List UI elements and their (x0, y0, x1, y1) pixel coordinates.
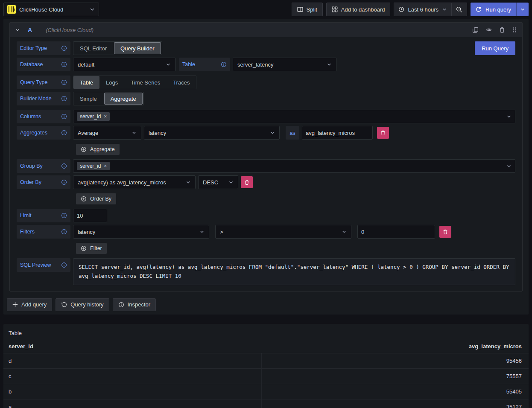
info-icon[interactable] (61, 163, 67, 169)
collapse-query-button[interactable] (15, 27, 20, 32)
editor-type-option-query-builder[interactable]: Query Builder (114, 42, 161, 54)
info-icon[interactable] (61, 114, 67, 119)
explore-toolbar: ClickHouse Cloud Split Add to dashboard … (0, 0, 532, 19)
order-by-label: Order By (20, 179, 41, 185)
filter-operator-select[interactable]: > (215, 225, 351, 239)
drag-handle[interactable] (512, 27, 517, 33)
info-icon[interactable] (61, 45, 67, 51)
filters-label-box: Filters (17, 225, 70, 239)
time-range-label: Last 6 hours (408, 6, 438, 13)
add-to-dashboard-button[interactable]: Add to dashboard (326, 3, 391, 16)
columns-tag-server-id: server_id × (77, 112, 110, 121)
remove-aggregate-button[interactable] (377, 127, 389, 139)
query-editor-footer: Add query Query history Inspector (7, 298, 525, 311)
order-by-direction-select[interactable]: DESC (198, 175, 238, 189)
query-type-option-logs[interactable]: Logs (99, 76, 124, 89)
query-type-option-time-series[interactable]: Time Series (124, 76, 167, 89)
hide-query-button[interactable] (485, 27, 492, 33)
info-icon[interactable] (61, 213, 67, 219)
limit-row: Limit (17, 209, 515, 222)
query-history-button[interactable]: Query history (56, 298, 109, 311)
group-by-label-box: Group By (17, 159, 70, 173)
editor-type-option-sql-editor[interactable]: SQL Editor (73, 42, 113, 55)
aggregates-label-box: Aggregates (17, 126, 70, 140)
table-select[interactable]: server_latency (233, 58, 336, 71)
info-icon[interactable] (61, 96, 67, 102)
zoom-out-time-button[interactable] (451, 3, 467, 16)
add-order-by-row: Order By (17, 192, 515, 204)
table-row: a 35127 (3, 399, 529, 408)
order-by-expression-select[interactable]: avg(latency) as avg_latency_micros (73, 175, 196, 189)
run-query-editor-button[interactable]: Run Query (475, 41, 515, 55)
datasource-picker[interactable]: ClickHouse Cloud (3, 3, 99, 16)
database-label-box: Database (17, 58, 70, 71)
chevron-down-icon (520, 7, 525, 12)
column-header-server-id[interactable]: server_id (9, 343, 262, 350)
columns-label-box: Columns (17, 110, 70, 123)
builder-mode-option-aggregate[interactable]: Aggregate (104, 93, 143, 105)
editor-type-label-box: Editor Type (17, 41, 70, 55)
info-icon[interactable] (61, 229, 67, 235)
info-icon[interactable] (61, 262, 67, 268)
add-aggregate-row: Aggregate (17, 142, 515, 155)
builder-mode-option-simple[interactable]: Simple (73, 92, 103, 105)
run-query-button[interactable]: Run query (471, 3, 516, 16)
info-icon[interactable] (221, 61, 227, 67)
filter-operator-value: > (220, 229, 223, 235)
order-by-label-box: Order By (17, 175, 70, 189)
add-filter-button[interactable]: Filter (76, 243, 107, 254)
run-query-options-button[interactable] (516, 3, 529, 16)
remove-order-by-button[interactable] (241, 176, 253, 188)
aggregate-function-select[interactable]: Average (73, 126, 141, 140)
query-ref-id[interactable]: A (28, 26, 32, 33)
database-select[interactable]: default (73, 58, 175, 71)
cell-server-id: d (9, 353, 262, 368)
group-by-tag-server-id: server_id × (77, 162, 110, 170)
close-icon[interactable]: × (104, 163, 107, 169)
builder-mode-label: Builder Mode (20, 96, 52, 102)
info-circle-icon (118, 302, 124, 308)
table-value: server_latency (237, 61, 274, 68)
columns-multiselect[interactable]: server_id × (73, 110, 515, 123)
group-by-label: Group By (20, 163, 43, 169)
column-header-avg-latency-micros[interactable]: avg_latency_micros (262, 343, 522, 350)
drag-dots-icon (512, 27, 517, 33)
info-icon[interactable] (61, 79, 67, 85)
add-order-by-button[interactable]: Order By (76, 193, 116, 204)
database-label: Database (20, 61, 43, 67)
info-icon[interactable] (61, 179, 67, 185)
split-button[interactable]: Split (292, 3, 323, 16)
close-icon[interactable]: × (104, 114, 107, 119)
query-type-label-box: Query Type (17, 76, 70, 89)
sql-preview-label-box: SQL Preview (17, 258, 70, 272)
cell-server-id: b (9, 384, 262, 399)
table-row: c 75557 (3, 369, 529, 384)
info-icon[interactable] (61, 61, 67, 67)
table-label: Table (182, 61, 195, 67)
remove-query-button[interactable] (499, 27, 505, 33)
aggregate-column-select[interactable]: latency (144, 126, 280, 140)
columns-row: Columns server_id × (17, 110, 515, 123)
duplicate-query-button[interactable] (472, 27, 479, 33)
time-range-picker[interactable]: Last 6 hours (394, 3, 451, 16)
query-type-option-traces[interactable]: Traces (167, 76, 196, 89)
query-type-option-table[interactable]: Table (73, 76, 99, 89)
filter-column-select[interactable]: latency (73, 225, 209, 239)
datasource-name: ClickHouse Cloud (19, 6, 63, 13)
remove-filter-button[interactable] (439, 226, 451, 238)
time-controls: Last 6 hours (394, 3, 467, 16)
add-query-button[interactable]: Add query (7, 298, 52, 311)
inspector-button[interactable]: Inspector (113, 298, 156, 311)
filters-label: Filters (20, 229, 35, 235)
info-icon[interactable] (61, 130, 67, 136)
limit-input[interactable] (73, 209, 107, 222)
add-aggregate-button[interactable]: Aggregate (76, 144, 120, 155)
toolbar-actions: Split Add to dashboard Last 6 hours (292, 3, 529, 16)
aggregate-alias-input[interactable] (302, 126, 373, 140)
sync-icon (476, 6, 482, 12)
table-panel: Table server_id avg_latency_micros d 954… (3, 324, 529, 408)
sql-preview-text: SELECT server_id, avg(latency) as avg_la… (73, 258, 515, 285)
filter-value-input[interactable] (357, 225, 435, 239)
group-by-multiselect[interactable]: server_id × (73, 159, 515, 173)
clock-icon (398, 6, 404, 12)
